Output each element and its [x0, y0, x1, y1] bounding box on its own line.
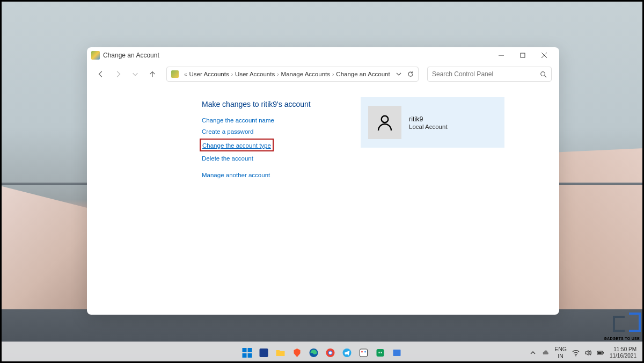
user-accounts-icon [91, 51, 100, 60]
file-explorer-icon[interactable] [273, 345, 288, 360]
chevron-right-icon: « [184, 71, 187, 77]
control-panel-window: Change an Account « User Accounts › User… [87, 47, 559, 315]
chevron-down-icon[interactable] [396, 71, 402, 77]
chevron-right-icon: › [277, 71, 279, 77]
chevron-right-icon: › [231, 71, 233, 77]
svg-rect-6 [248, 353, 252, 358]
chevron-right-icon: › [332, 71, 334, 77]
svg-rect-13 [360, 349, 368, 357]
maximize-button[interactable] [512, 48, 533, 63]
system-tray: ENG IN 11:50 PM 11/16/2021 [529, 346, 644, 359]
watermark-logo [613, 313, 641, 336]
svg-point-14 [361, 351, 363, 352]
refresh-icon[interactable] [407, 71, 414, 77]
breadcrumb-item[interactable]: User Accounts [189, 71, 229, 77]
onedrive-icon[interactable] [541, 349, 549, 357]
tray-chevron-icon[interactable] [529, 349, 537, 357]
change-type-link[interactable]: Change the account type [202, 142, 271, 149]
svg-rect-20 [603, 352, 604, 353]
svg-rect-3 [243, 348, 247, 352]
forward-button[interactable] [112, 68, 125, 81]
close-button[interactable] [533, 48, 555, 63]
window-titlebar: Change an Account [87, 47, 559, 63]
brave-icon[interactable] [290, 345, 305, 360]
svg-rect-21 [598, 352, 602, 354]
create-password-link[interactable]: Create a password [202, 128, 254, 135]
search-input[interactable] [432, 70, 540, 78]
back-button[interactable] [94, 68, 107, 81]
breadcrumb-item[interactable]: User Accounts [235, 71, 275, 77]
taskbar-app-icon[interactable] [257, 345, 272, 360]
language-indicator[interactable]: ENG IN [554, 346, 567, 359]
breadcrumb-item[interactable]: Change an Account [336, 71, 390, 77]
svg-point-2 [382, 116, 389, 123]
start-button[interactable] [240, 345, 255, 360]
battery-icon[interactable] [597, 349, 604, 357]
taskbar[interactable]: ENG IN 11:50 PM 11/16/2021 [0, 342, 644, 363]
minimize-button[interactable] [491, 48, 512, 63]
account-name: ritik9 [409, 115, 448, 123]
navigation-toolbar: « User Accounts › User Accounts › Manage… [87, 63, 559, 85]
search-box[interactable] [427, 67, 552, 82]
account-type: Local Account [409, 124, 448, 130]
taskbar-app-icon[interactable] [390, 345, 405, 360]
manage-another-link[interactable]: Manage another account [202, 172, 270, 178]
user-accounts-icon [171, 70, 179, 78]
edge-icon[interactable] [306, 345, 321, 360]
watermark-text: GADGETS TO USE [604, 337, 640, 340]
window-title: Change an Account [103, 52, 491, 59]
svg-rect-4 [248, 348, 252, 352]
svg-point-11 [329, 351, 332, 354]
svg-rect-17 [393, 350, 401, 356]
svg-point-18 [575, 355, 576, 356]
svg-rect-5 [243, 353, 247, 358]
volume-icon[interactable] [584, 349, 592, 357]
change-name-link[interactable]: Change the account name [202, 117, 274, 124]
content-area: Make changes to ritik9's account Change … [87, 85, 559, 315]
telegram-icon[interactable] [340, 345, 355, 360]
account-card[interactable]: ritik9 Local Account [361, 97, 504, 148]
svg-point-15 [364, 351, 366, 352]
chrome-icon[interactable] [323, 345, 338, 360]
hangouts-icon[interactable] [373, 345, 388, 360]
taskbar-center [240, 345, 405, 360]
user-icon [375, 113, 394, 132]
avatar [368, 106, 401, 139]
highlight-annotation: Change the account type [200, 139, 274, 151]
up-button[interactable] [146, 68, 159, 81]
svg-rect-16 [377, 349, 384, 357]
svg-rect-7 [260, 349, 268, 357]
address-bar[interactable]: « User Accounts › User Accounts › Manage… [166, 67, 419, 82]
search-icon [540, 71, 547, 78]
delete-account-link[interactable]: Delete the account [202, 155, 253, 162]
svg-rect-0 [521, 53, 525, 57]
clock[interactable]: 11:50 PM 11/16/2021 [610, 346, 636, 359]
taskbar-app-icon[interactable] [356, 345, 371, 360]
wifi-icon[interactable] [572, 349, 580, 357]
svg-point-1 [541, 71, 545, 76]
recent-dropdown-icon[interactable] [129, 68, 142, 81]
breadcrumb-item[interactable]: Manage Accounts [281, 71, 330, 77]
